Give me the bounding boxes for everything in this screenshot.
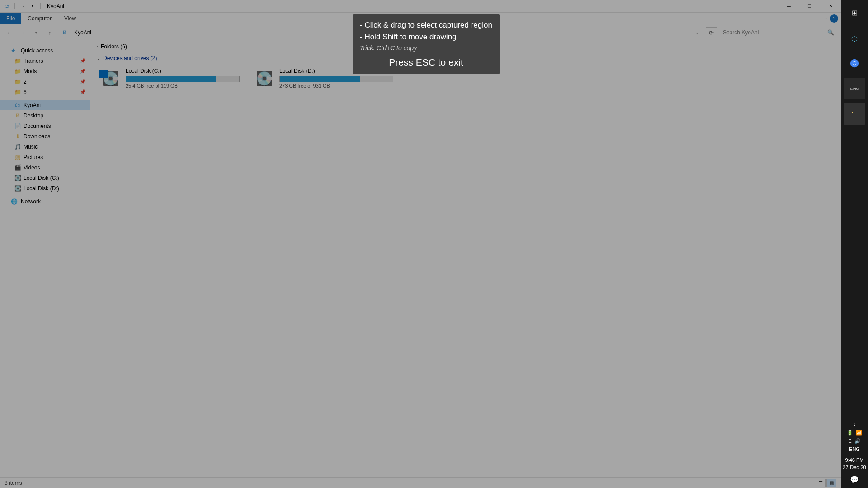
sidebar-item-downloads[interactable]: ⬇Downloads bbox=[9, 131, 90, 141]
folder-icon: 📁 bbox=[14, 68, 22, 75]
tray-time[interactable]: 9:46 PM bbox=[845, 457, 864, 463]
back-button[interactable]: ← bbox=[4, 27, 14, 38]
details-view-button[interactable]: ☰ bbox=[816, 479, 826, 487]
chrome-icon[interactable] bbox=[844, 52, 865, 74]
drive-free-text: 273 GB free of 931 GB bbox=[279, 83, 393, 89]
body: ★ Quick access 📁Trainers📌 📁Mods📌 📁2📌 📁6📌… bbox=[0, 41, 841, 477]
app-icon: 🗂 bbox=[3, 2, 11, 10]
sidebar-item-music[interactable]: 🎵Music bbox=[9, 141, 90, 152]
view-buttons: ☰ ▦ bbox=[816, 479, 836, 487]
refresh-button[interactable]: ⟳ bbox=[706, 27, 717, 38]
sidebar-item-videos[interactable]: 🎬Videos bbox=[9, 162, 90, 173]
action-center-icon[interactable]: 💬 bbox=[844, 473, 865, 486]
title-bar: 🗂 ▫ ▾ KyoAni ─ ☐ ✕ bbox=[0, 0, 841, 13]
pictures-icon: 🖼 bbox=[14, 154, 22, 160]
pin-icon: 📌 bbox=[80, 89, 85, 94]
disk-icon: 💽 bbox=[14, 185, 22, 192]
tiles-view-button[interactable]: ▦ bbox=[826, 479, 836, 487]
minimize-button[interactable]: ─ bbox=[778, 0, 799, 13]
address-dropdown-icon[interactable]: ⌄ bbox=[693, 30, 701, 35]
videos-icon: 🎬 bbox=[14, 164, 22, 171]
navigation-pane: ★ Quick access 📁Trainers📌 📁Mods📌 📁2📌 📁6📌… bbox=[0, 41, 90, 477]
pin-icon: 📌 bbox=[80, 58, 85, 63]
tray-icons[interactable]: 🔋📶 bbox=[847, 430, 862, 436]
svg-point-2 bbox=[853, 62, 856, 65]
tray-language[interactable]: ENG bbox=[849, 446, 860, 452]
file-tab[interactable]: File bbox=[0, 13, 21, 24]
epic-games-icon[interactable]: EPIC bbox=[844, 78, 865, 99]
thispc-icon: 🖥 bbox=[62, 29, 67, 36]
start-button[interactable]: ⊞ bbox=[844, 2, 865, 23]
chevron-down-icon: ⌄ bbox=[97, 56, 100, 61]
tip-line-2: - Hold Shift to move drawing bbox=[360, 33, 492, 42]
computer-tab[interactable]: Computer bbox=[21, 13, 58, 24]
tip-line-1: - Click & drag to select captured region bbox=[360, 21, 492, 30]
quick-access-icon: ★ bbox=[11, 47, 19, 54]
drive-item-c[interactable]: 💽 Local Disk (C:) 25.4 GB free of 119 GB bbox=[99, 68, 240, 89]
forward-button[interactable]: → bbox=[17, 27, 28, 38]
up-button[interactable]: ↑ bbox=[44, 27, 55, 38]
quick-access-toolbar: 🗂 ▫ ▾ bbox=[0, 2, 42, 10]
view-tab[interactable]: View bbox=[58, 13, 82, 24]
ribbon-collapse-icon[interactable]: ⌄ bbox=[824, 15, 827, 20]
explorer-icon[interactable]: 🗂 bbox=[844, 103, 865, 125]
sidebar-item-disk-d[interactable]: 💽Local Disk (D:) bbox=[9, 183, 90, 193]
sidebar-item-trainers[interactable]: 📁Trainers📌 bbox=[9, 56, 90, 66]
close-button[interactable]: ✕ bbox=[820, 0, 841, 13]
window-title: KyoAni bbox=[42, 3, 64, 9]
chevron-right-icon: › bbox=[97, 44, 98, 49]
sidebar-item-documents[interactable]: 📄Documents bbox=[9, 121, 90, 131]
status-bar: 8 items ☰ ▦ bbox=[0, 477, 841, 488]
drive-name: Local Disk (C:) bbox=[126, 68, 240, 74]
sidebar-item-2[interactable]: 📁2📌 bbox=[9, 76, 90, 87]
qat-dropdown-icon[interactable]: ▾ bbox=[28, 2, 37, 10]
search-input[interactable]: Search KyoAni 🔍 bbox=[720, 27, 837, 38]
tray-date[interactable]: 27-Dec-20 bbox=[843, 465, 866, 470]
properties-icon[interactable]: ▫ bbox=[19, 2, 27, 10]
sidebar-item-kyoani[interactable]: 🗂KyoAni bbox=[0, 100, 90, 110]
sidebar-item-disk-c[interactable]: 💽Local Disk (C:) bbox=[9, 173, 90, 183]
window-controls: ─ ☐ ✕ bbox=[778, 0, 841, 13]
tip-trick: Trick: Ctrl+C to copy bbox=[360, 44, 492, 52]
taskbar: ⊞ ◌ EPIC 🗂 ‹ 🔋📶 E🔊 ENG 9:46 PM 27-Dec-20… bbox=[841, 0, 868, 488]
pin-icon: 📌 bbox=[80, 79, 85, 84]
disk-icon: 💽 bbox=[14, 175, 22, 181]
sidebar-item-mods[interactable]: 📁Mods📌 bbox=[9, 66, 90, 76]
tip-esc: Press ESC to exit bbox=[360, 57, 492, 68]
tray-ime-volume[interactable]: E🔊 bbox=[848, 438, 860, 444]
disk-icon: 💽 bbox=[99, 69, 121, 87]
pin-icon: 📌 bbox=[80, 69, 85, 74]
sidebar-item-pictures[interactable]: 🖼Pictures bbox=[9, 152, 90, 162]
folder-icon: 📁 bbox=[14, 79, 22, 85]
network-header[interactable]: 🌐Network bbox=[0, 196, 90, 206]
quick-access-header[interactable]: ★ Quick access bbox=[0, 45, 90, 56]
disk-icon: 💽 bbox=[253, 69, 275, 87]
drive-usage-bar bbox=[279, 76, 393, 82]
network-icon: 🌐 bbox=[11, 198, 19, 205]
desktop-icon: 🖥 bbox=[14, 113, 22, 119]
drive-usage-bar bbox=[126, 76, 240, 82]
folder-icon: 📁 bbox=[14, 58, 22, 64]
search-icon: 🔍 bbox=[827, 29, 834, 36]
item-count: 8 items bbox=[5, 480, 22, 486]
search-placeholder: Search KyoAni bbox=[723, 29, 759, 36]
separator bbox=[40, 3, 41, 9]
sidebar-item-6[interactable]: 📁6📌 bbox=[9, 87, 90, 97]
app-c-icon[interactable]: ◌ bbox=[844, 27, 865, 49]
breadcrumb-segment[interactable]: KyoAni bbox=[72, 29, 93, 36]
maximize-button[interactable]: ☐ bbox=[799, 0, 820, 13]
folder-icon: 📁 bbox=[14, 89, 22, 95]
sidebar-item-desktop[interactable]: 🖥Desktop bbox=[9, 110, 90, 121]
drive-free-text: 25.4 GB free of 119 GB bbox=[126, 83, 240, 89]
folder-icon: 🗂 bbox=[14, 102, 22, 108]
content-pane: › Folders (6) ⌄ Devices and drives (2) 💽… bbox=[90, 41, 841, 477]
tray-chevron[interactable]: ‹ bbox=[854, 422, 855, 427]
recent-dropdown-icon[interactable]: ▾ bbox=[31, 27, 42, 38]
help-button[interactable]: ? bbox=[830, 14, 838, 23]
documents-icon: 📄 bbox=[14, 123, 22, 129]
chevron-right-icon[interactable]: › bbox=[69, 30, 72, 35]
capture-tooltip: - Click & drag to select captured region… bbox=[353, 14, 500, 74]
downloads-icon: ⬇ bbox=[14, 133, 22, 140]
separator bbox=[14, 3, 15, 9]
music-icon: 🎵 bbox=[14, 144, 22, 150]
